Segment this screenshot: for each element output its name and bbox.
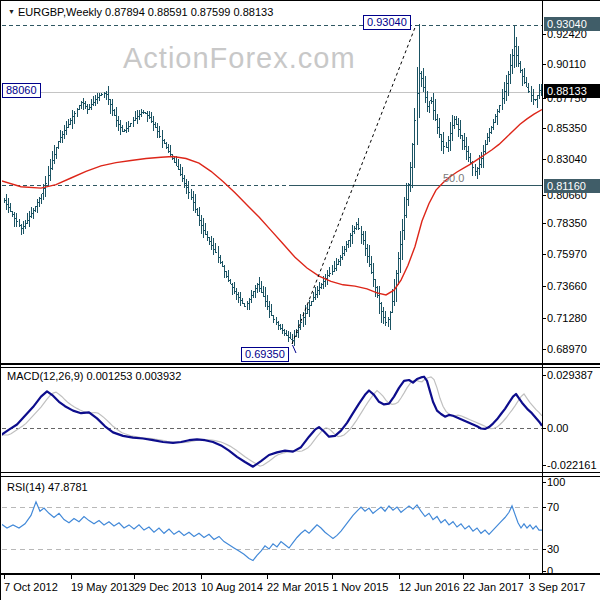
axis-price-label: 0.75970 (547, 247, 587, 261)
x-axis-tick (71, 575, 72, 579)
x-axis-tick (4, 575, 5, 579)
axis-price-label: 30 (547, 542, 559, 556)
main-chart-header: ▼ EURGBP,Weekly 0.87894 0.88591 0.87599 … (8, 6, 273, 18)
axis-price-label-badge: 0.93040 (544, 17, 600, 31)
low-box-connector (293, 345, 297, 353)
panel-divider (1, 476, 600, 477)
rsi-panel[interactable] (1, 502, 542, 561)
panel-divider (1, 472, 600, 473)
macd-signal-line (2, 377, 542, 466)
axis-price-label: 0.83040 (547, 152, 587, 166)
x-axis-tick (201, 575, 202, 579)
high-price-annotation-box[interactable]: 0.93040 (363, 15, 411, 30)
fib-50-label: 50.0 (443, 172, 464, 184)
rsi-line (1, 502, 542, 561)
axis-price-label-badge: 0.88133 (544, 84, 600, 98)
x-axis-date-label: 3 Sep 2017 (529, 581, 585, 593)
axis-price-label-badge: 0.81160 (544, 179, 600, 193)
ohlc-values: 0.87894 0.88591 0.87599 0.88133 (105, 6, 273, 18)
rsi-label: RSI(14) (7, 481, 45, 493)
macd-panel[interactable] (1, 377, 542, 467)
x-axis-date-label: 22 Mar 2015 (267, 581, 329, 593)
axis-price-label: 0.68970 (547, 342, 587, 356)
x-axis-date-label: 12 Jun 2016 (399, 581, 460, 593)
axis-price-label: 0.71280 (547, 311, 587, 325)
macd-main-line (1, 377, 542, 467)
x-axis-tick (267, 575, 268, 579)
x-axis-tick (529, 575, 530, 579)
x-axis-tick (399, 575, 400, 579)
panel-divider (1, 573, 600, 575)
x-axis-date-label: 1 Nov 2015 (332, 581, 388, 593)
macd-label: MACD(12,26,9) (7, 370, 83, 382)
rsi-value: 47.8781 (48, 481, 88, 493)
axis-price-label: 0.78350 (547, 216, 587, 230)
axis-price-label: 0 (547, 564, 553, 578)
axis-price-label: 0.85350 (547, 121, 587, 135)
axis-price-label: 70 (547, 500, 559, 514)
x-axis-date-label: 19 May 2013 (71, 581, 135, 593)
axis-price-label: -0.022161 (547, 458, 597, 472)
panel-divider (1, 367, 600, 368)
x-axis-tick (332, 575, 333, 579)
dropdown-triangle-icon[interactable]: ▼ (8, 8, 15, 15)
axis-price-label: 0.73660 (547, 279, 587, 293)
price-axis-line (542, 1, 543, 575)
trading-chart-window: ▼ EURGBP,Weekly 0.87894 0.88591 0.87599 … (0, 0, 600, 600)
x-axis-date-label: 22 Jan 2017 (463, 581, 524, 593)
x-axis-date-label: 7 Oct 2012 (4, 581, 58, 593)
x-axis-date-label: 29 Dec 2013 (134, 581, 196, 593)
axis-price-label: 0.90110 (547, 57, 586, 71)
axis-price-label: 100 (547, 475, 565, 489)
x-axis-date-label: 10 Aug 2014 (201, 581, 263, 593)
macd-values: 0.001253 0.003932 (86, 370, 181, 382)
actionforex-watermark: ActionForex.com (123, 42, 356, 75)
x-axis-tick (134, 575, 135, 579)
panel-divider (1, 363, 600, 365)
low-price-annotation-box[interactable]: 0.69350 (241, 347, 289, 362)
axis-price-label: 0.00 (547, 421, 568, 435)
x-axis-tick (463, 575, 464, 579)
symbol-timeframe-label: EURGBP,Weekly (18, 6, 102, 18)
rsi-indicator-header: RSI(14) 47.8781 (7, 481, 88, 493)
resistance-annotation-box[interactable]: 88060 (2, 83, 41, 98)
macd-indicator-header: MACD(12,26,9) 0.001253 0.003932 (7, 370, 181, 382)
chart-canvas[interactable] (1, 1, 600, 600)
axis-price-label: 0.029387 (547, 368, 593, 382)
